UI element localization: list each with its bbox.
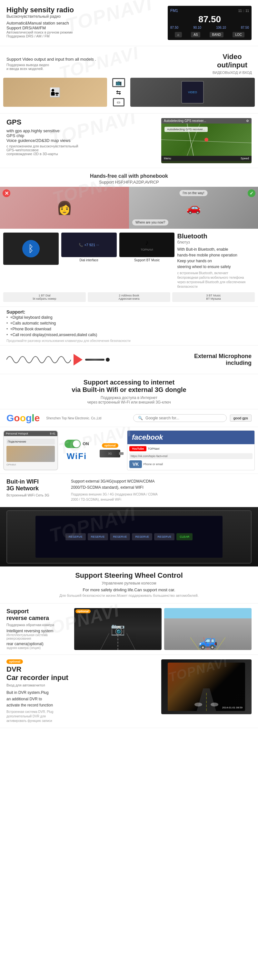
youtube-badge: YouTube <box>129 446 147 451</box>
internet-title: Support accessing to internet via Built-… <box>6 379 252 393</box>
radio-top-bar: FM1 11 :: 11 <box>170 8 249 13</box>
video-thumb-car: 👨‍👧 <box>3 78 107 107</box>
bt-dial-label: Dial interface <box>61 258 117 262</box>
svg-line-9 <box>190 638 199 650</box>
bt-desc-en: With Buit-in Bluetooth, enable hands-fre… <box>177 247 255 270</box>
head-unit-section: RESERVE RESERVE RESERVE RESERVE RESERVE … <box>0 507 258 567</box>
bt-images-row: 👩 ✕ 🚗 ✓ I'm on the way! Where are you no… <box>0 187 258 229</box>
dvr-image: 2014-01-01 08:59 TOPNAVI <box>161 659 252 714</box>
dvr-title: DVR Car recorder input <box>6 665 158 682</box>
dvr-desc-en: Buit in DVR system.Plug an additional DV… <box>6 690 158 708</box>
svg-point-14 <box>210 703 218 706</box>
dongle-body: 3G <box>100 450 120 457</box>
gps-screen: Autodetecting GPS receiver... ⚙ Autodete… <box>161 118 252 163</box>
toggle-knob <box>73 440 80 447</box>
radio-section: Highly sensity radio Высокочувствительны… <box>0 0 258 46</box>
facebook-screen: facebook YouTube TOPNavi https://vk.com/… <box>127 430 255 470</box>
hu-btn-reserve2[interactable]: RESERVE <box>88 533 108 540</box>
reverse-feature1: Intelligent reversing system <box>6 629 71 633</box>
bt-info-col: Bluetooth блютуз With Buit-in Bluetooth,… <box>177 232 255 289</box>
wifi3g-ru: Встроенный WiFi Сеть 3G <box>6 493 68 497</box>
bt-music-screen: ♪ TOPNAVI <box>119 232 175 257</box>
steering-ru2: Для большей безопасности жизни.Может под… <box>6 593 252 597</box>
search-icon: 🔍 <box>138 416 143 420</box>
wifi-toggle[interactable]: ON <box>65 440 89 448</box>
google-g1: G <box>6 412 14 423</box>
reverse-feature2-ru: задняя камера (опция) <box>6 646 71 650</box>
bt-dial-col: 📞 +7 921 ··· Dial interface <box>61 232 117 289</box>
mic-capsule <box>106 358 110 362</box>
video-icon-area: 📺 ⇆ ▭ <box>109 78 128 107</box>
gps-desc-en: with gps app.highly sensitive GPS chip V… <box>6 128 158 143</box>
gps-section: GPS with gps app.highly sensitive GPS ch… <box>0 113 258 168</box>
wifi-label: WiFi <box>67 451 87 461</box>
radio-feature1: Automatic&Manual station serach Support … <box>6 21 162 38</box>
bt-sub-items: 1 BT Dial bt набрать номер 2 Address Boo… <box>0 291 258 303</box>
hu-btn-reserve5[interactable]: RESERVE <box>154 533 174 540</box>
wifi-dongle-area: optional 3G <box>96 430 124 470</box>
svg-line-6 <box>127 633 135 650</box>
road-lines-svg <box>74 608 162 650</box>
hu-btn-reserve1[interactable]: RESERVE <box>65 533 86 540</box>
mic-cable-area <box>85 358 110 362</box>
steering-ru: Управление рулевым колесом <box>6 581 252 585</box>
video-ru-title: ВИДЕОВЫХОД И ВХОД <box>210 71 255 75</box>
google-o2: o <box>20 412 26 423</box>
mic-arrow-area <box>73 354 83 366</box>
radio-ctrl-home[interactable]: ⌂ <box>175 32 182 37</box>
reverse-title: Support reverse camera <box>6 608 71 622</box>
dvr-road-svg <box>168 663 245 711</box>
reverse-camera-section: Support reverse camera Поддержка обратна… <box>0 603 258 655</box>
bt-main-area: ᛒ 📞 +7 921 ··· Dial interface ♪ TOPNAVI … <box>0 231 258 291</box>
google-l: l <box>32 412 34 423</box>
tablet-screen: VIDEO <box>181 81 204 103</box>
parking-lines-svg <box>164 608 252 650</box>
wifi-phone-map <box>6 446 55 462</box>
bt-screen-col: ᛒ <box>3 232 59 289</box>
wifi-demo-section: Personal Hotspot 9:41 Подключение ОРНAVI… <box>0 427 258 474</box>
bt-car-image: 🚗 ✓ I'm on the way! Where are you now? <box>129 187 258 229</box>
dvr-title-row: optional <box>6 659 158 664</box>
radio-display: FM1 11 :: 11 87.50 87.50 90.10 106.10 87… <box>168 6 252 40</box>
google-logo: Google <box>6 412 40 423</box>
radio-ctrl-as[interactable]: AS <box>191 32 200 37</box>
google-search-button[interactable]: good gps <box>230 415 252 422</box>
url-bar: https://vk.com/topic-fact=mol <box>129 453 253 459</box>
head-unit-btns: RESERVE RESERVE RESERVE RESERVE RESERVE … <box>65 533 193 540</box>
dvr-right: optional DVR Car recorder input Вход для… <box>6 659 158 723</box>
bt-desc-ru: с встроенным Bluetooth, включает беспров… <box>177 271 255 289</box>
waveform-svg <box>6 350 71 369</box>
vk-badge: VK <box>129 460 142 468</box>
dvr-timestamp: 2014-01-01 08:59 <box>221 705 244 710</box>
wifi-toggle-area: ON WiFi <box>61 430 93 470</box>
radio-ctrl-band[interactable]: BAND <box>210 32 224 37</box>
bt-msg2: Where are you now? <box>132 220 168 226</box>
radio-ctrl-loc[interactable]: LOC <box>233 32 244 37</box>
svg-line-1 <box>187 124 200 156</box>
wifi-phone-content: Подключение ОРНAVI <box>4 436 57 469</box>
google-search-bar[interactable]: 🔍 <box>133 414 227 422</box>
wifi3g-right: Support external 3G/4G(support WCDMA/CDM… <box>71 478 252 502</box>
support-item-4: +Call record display(missed,answered,dia… <box>6 332 252 338</box>
google-search-input[interactable] <box>145 416 222 420</box>
bt-phone-image: 👩 ✕ <box>0 187 129 229</box>
bt-bluetooth-icon: ᛒ <box>22 240 40 258</box>
vk-row: VK Phone or email <box>129 460 253 468</box>
hu-btn-reserve3[interactable]: RESERVE <box>110 533 130 540</box>
hu-btn-reserve4[interactable]: RESERVE <box>132 533 152 540</box>
hu-btn-clear[interactable]: CLEAR <box>177 533 193 540</box>
wifi-phone-header: Personal Hotspot 9:41 <box>4 431 57 436</box>
bt-phone-person-icon: 👩 <box>56 200 73 215</box>
dvr-ru: Вход для автомагнитол <box>6 683 158 687</box>
gps-left: GPS with gps app.highly sensitive GPS ch… <box>6 118 158 156</box>
video-images-row: 👨‍👧 📺 ⇆ ▭ VIDEO <box>0 78 258 110</box>
toggle-switch[interactable] <box>65 440 81 448</box>
tablet-icon: ▭ <box>113 98 124 107</box>
steering-desc: For more safety drivling life.Can suppor… <box>6 587 252 592</box>
wifi3g-desc-ru: Поддержка внешних 3G / 4G (поддержка WCD… <box>71 492 252 502</box>
steering-title: Support Steering Wheel Control <box>6 571 252 580</box>
video-section: Support Video output and input from all … <box>0 46 258 113</box>
support-ru: Продолжайте разговор использования клави… <box>6 339 252 342</box>
dvr-desc-ru: Встроенная система DVR. Plug дополнитель… <box>6 710 158 723</box>
google-company: Shenzhen Top New Electronic. Co.,Ltd <box>43 417 130 420</box>
